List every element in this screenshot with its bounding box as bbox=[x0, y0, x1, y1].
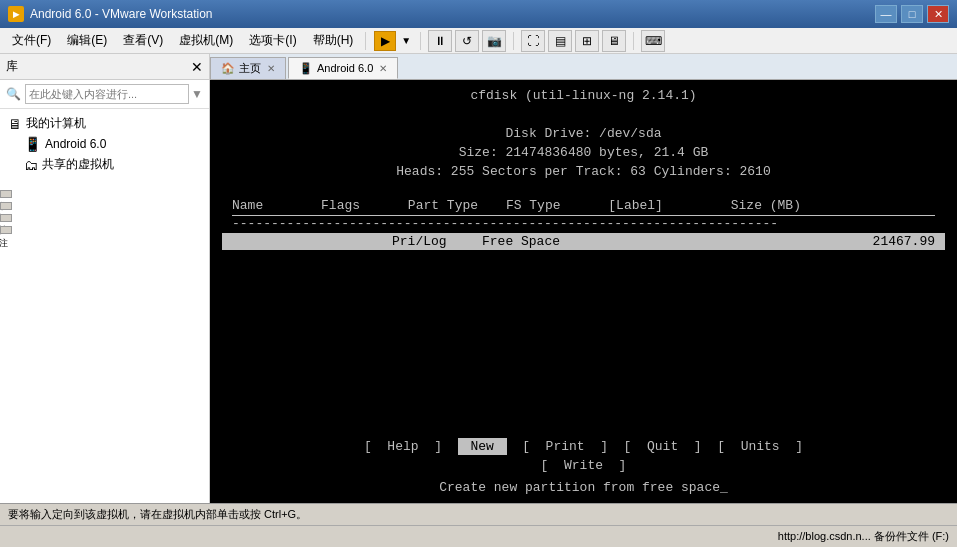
tabs-bar: 🏠 主页 ✕ 📱 Android 6.0 ✕ bbox=[210, 54, 957, 80]
menu-tabs[interactable]: 选项卡(I) bbox=[241, 30, 304, 51]
play-dropdown[interactable]: ▼ bbox=[399, 35, 413, 46]
cfdisk-blank2 bbox=[222, 183, 945, 198]
maximize-button[interactable]: □ bbox=[901, 5, 923, 23]
cfdisk-table-header: Name Flags Part Type FS Type [Label] Siz… bbox=[222, 198, 945, 213]
send-keys-button[interactable]: ⌨ bbox=[641, 30, 665, 52]
fit-window-button[interactable]: ⊞ bbox=[575, 30, 599, 52]
tab-android-label: Android 6.0 bbox=[317, 62, 373, 74]
restart-button[interactable]: ↺ bbox=[455, 30, 479, 52]
vm-icon: 📱 bbox=[24, 136, 41, 152]
content-area: 🏠 主页 ✕ 📱 Android 6.0 ✕ cfdisk (util-linu… bbox=[210, 54, 957, 503]
vm-terminal[interactable]: cfdisk (util-linux-ng 2.14.1) Disk Drive… bbox=[210, 80, 957, 503]
computer-icon: 🖥 bbox=[8, 116, 22, 132]
sidebar-tree: 🖥 我的计算机 📱 Android 6.0 🗂 共享的虚拟机 bbox=[0, 109, 209, 503]
free-space-label bbox=[602, 234, 873, 249]
sidebar-label-android: Android 6.0 bbox=[45, 137, 106, 151]
sidebar-label-my-computer: 我的计算机 bbox=[26, 115, 86, 132]
status-bar-bottom1: 要将输入定向到该虚拟机，请在虚拟机内部单击或按 Ctrl+G。 bbox=[0, 503, 957, 525]
edge-tab-2[interactable]: 设 bbox=[0, 202, 12, 210]
menu-vm[interactable]: 虚拟机(M) bbox=[171, 30, 241, 51]
free-space-name bbox=[232, 234, 312, 249]
free-space-size: 21467.99 bbox=[873, 234, 935, 249]
sidebar-close-icon[interactable]: ✕ bbox=[191, 59, 203, 75]
search-dropdown-icon[interactable]: ▼ bbox=[191, 87, 203, 101]
sidebar-item-my-computer[interactable]: 🖥 我的计算机 bbox=[0, 113, 209, 134]
tab-home[interactable]: 🏠 主页 ✕ bbox=[210, 57, 286, 79]
snapshot-button[interactable]: 📷 bbox=[482, 30, 506, 52]
left-edge-tabs: 收 设 快 注 bbox=[0, 190, 12, 234]
commands-line1: [ Help ] New [ Print ] [ Quit ] [ Units … bbox=[210, 439, 957, 454]
status-text-right: http://blog.csdn.n... 备份件文件 (F:) bbox=[778, 529, 949, 544]
shared-icon: 🗂 bbox=[24, 157, 38, 173]
window-title: Android 6.0 - VMware Workstation bbox=[30, 7, 875, 21]
col-header-name: Name bbox=[232, 198, 263, 213]
home-tab-icon: 🏠 bbox=[221, 62, 235, 75]
console-button[interactable]: 🖥 bbox=[602, 30, 626, 52]
menubar: 文件(F) 编辑(E) 查看(V) 虚拟机(M) 选项卡(I) 帮助(H) ▶ … bbox=[0, 28, 957, 54]
cfdisk-size-line: Size: 21474836480 bytes, 21.4 GB bbox=[222, 145, 945, 160]
sidebar-search-container: 🔍 ▼ bbox=[0, 80, 209, 109]
col-header-parttype: Part Type bbox=[408, 198, 478, 213]
edge-tab-4[interactable]: 注 bbox=[0, 226, 12, 234]
free-space-row: Pri/Log Free Space 21467.99 bbox=[222, 233, 945, 250]
sidebar-item-android[interactable]: 📱 Android 6.0 bbox=[0, 134, 209, 154]
menu-file[interactable]: 文件(F) bbox=[4, 30, 59, 51]
tab-home-close[interactable]: ✕ bbox=[267, 63, 275, 74]
tab-android-close[interactable]: ✕ bbox=[379, 63, 387, 74]
close-button[interactable]: ✕ bbox=[927, 5, 949, 23]
cfdisk-status: Create new partition from free space_ bbox=[210, 480, 957, 495]
window-controls: — □ ✕ bbox=[875, 5, 949, 23]
menu-separator bbox=[365, 32, 366, 50]
col-header-fstype: FS Type bbox=[506, 198, 561, 213]
sidebar-item-shared[interactable]: 🗂 共享的虚拟机 bbox=[0, 154, 209, 175]
edge-tab-1[interactable]: 收 bbox=[0, 190, 12, 198]
commands-line2: [ Write ] bbox=[210, 458, 957, 473]
sidebar-header: 库 ✕ bbox=[0, 54, 209, 80]
tab-android[interactable]: 📱 Android 6.0 ✕ bbox=[288, 57, 398, 79]
sidebar-title: 库 bbox=[6, 58, 18, 75]
search-icon: 🔍 bbox=[6, 87, 21, 101]
status-text-1: 要将输入定向到该虚拟机，请在虚拟机内部单击或按 Ctrl+G。 bbox=[8, 507, 307, 522]
titlebar: ▶ Android 6.0 - VMware Workstation — □ ✕ bbox=[0, 0, 957, 28]
app-icon: ▶ bbox=[8, 6, 24, 22]
menu-edit[interactable]: 编辑(E) bbox=[59, 30, 115, 51]
status-text-left bbox=[8, 531, 11, 543]
tab-home-label: 主页 bbox=[239, 61, 261, 76]
toolbar-sep3 bbox=[633, 32, 634, 50]
cfdisk-disk-line: Disk Drive: /dev/sda bbox=[222, 126, 945, 141]
sidebar: 库 ✕ 🔍 ▼ 🖥 我的计算机 📱 Android 6.0 🗂 共享的虚拟机 收 bbox=[0, 54, 210, 503]
menu-view[interactable]: 查看(V) bbox=[115, 30, 171, 51]
edge-tab-3[interactable]: 快 bbox=[0, 214, 12, 222]
new-button[interactable]: New bbox=[458, 438, 507, 455]
play-button[interactable]: ▶ bbox=[374, 31, 396, 51]
col-header-label: [Label] bbox=[608, 198, 663, 213]
col-header-size: Size (MB) bbox=[731, 198, 801, 213]
free-space-fstype: Free Space bbox=[482, 234, 602, 249]
toolbar-sep2 bbox=[513, 32, 514, 50]
cfdisk-divider: ----------------------------------------… bbox=[222, 215, 945, 231]
status-bar-bottom2: http://blog.csdn.n... 备份件文件 (F:) bbox=[0, 525, 957, 547]
android-tab-icon: 📱 bbox=[299, 62, 313, 75]
menu-help[interactable]: 帮助(H) bbox=[305, 30, 362, 51]
main-layout: 库 ✕ 🔍 ▼ 🖥 我的计算机 📱 Android 6.0 🗂 共享的虚拟机 收 bbox=[0, 54, 957, 503]
cfdisk-title: cfdisk (util-linux-ng 2.14.1) bbox=[222, 88, 945, 103]
cfdisk-blank1 bbox=[222, 107, 945, 122]
cfdisk-geometry-line: Heads: 255 Sectors per Track: 63 Cylinde… bbox=[222, 164, 945, 179]
free-space-parttype: Pri/Log bbox=[392, 234, 482, 249]
toolbar-sep1 bbox=[420, 32, 421, 50]
col-header-flags: Flags bbox=[321, 198, 360, 213]
fullscreen-button[interactable]: ⛶ bbox=[521, 30, 545, 52]
fit-guest-button[interactable]: ▤ bbox=[548, 30, 572, 52]
suspend-button[interactable]: ⏸ bbox=[428, 30, 452, 52]
minimize-button[interactable]: — bbox=[875, 5, 897, 23]
cfdisk-commands: [ Help ] New [ Print ] [ Quit ] [ Units … bbox=[210, 439, 957, 473]
toolbar: ▶ ▼ ⏸ ↺ 📷 ⛶ ▤ ⊞ 🖥 ⌨ bbox=[374, 30, 665, 52]
free-space-flags bbox=[312, 234, 392, 249]
sidebar-label-shared: 共享的虚拟机 bbox=[42, 156, 114, 173]
search-input[interactable] bbox=[25, 84, 189, 104]
